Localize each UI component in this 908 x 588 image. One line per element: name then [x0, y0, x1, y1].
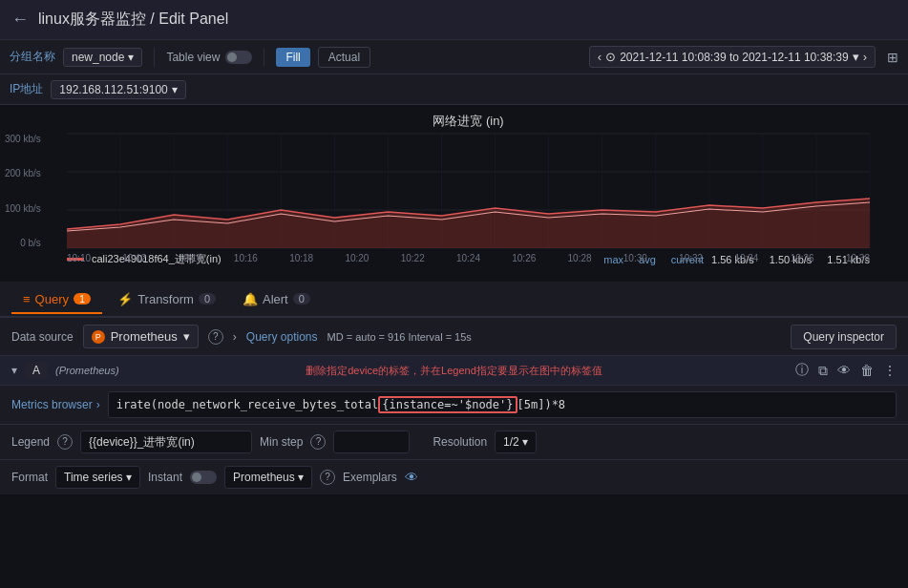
x-label-4: 10:18	[289, 253, 313, 263]
resolution-select[interactable]: 1/2 ▾	[495, 430, 537, 453]
exemplars-eye-icon[interactable]: 👁	[405, 470, 418, 485]
group-label: 分组名称	[10, 49, 55, 65]
table-view-switch[interactable]	[225, 51, 252, 64]
format-label: Format	[11, 471, 48, 484]
x-label-7: 10:24	[456, 253, 480, 263]
help-icon[interactable]: ?	[208, 329, 223, 345]
query-header: ▾ A (Prometheus) 删除指定device的标签，并在Legend指…	[0, 356, 908, 386]
svg-marker-19	[67, 199, 870, 248]
query-inspector-button[interactable]: Query inspector	[791, 325, 897, 349]
query-letter[interactable]: A	[25, 362, 48, 379]
chevron-right-small: ›	[233, 330, 237, 344]
duplicate-action-icon[interactable]: ⧉	[818, 363, 828, 379]
x-label-14: 10:38	[846, 253, 870, 263]
prometheus-ds-chevron: ▾	[298, 471, 304, 484]
chevron-right-icon[interactable]: ›	[863, 50, 867, 64]
page-title: linux服务器监控 / Edit Panel	[38, 10, 228, 30]
x-label-2: 10:14	[179, 253, 202, 263]
query-options-meta: MD = auto = 916 Interval = 15s	[327, 331, 472, 343]
query-tabs: ≡ Query 1 ⚡ Transform 0 🔔 Alert 0	[0, 282, 908, 318]
query-text-part1: irate(node_network_receive_bytes_total	[116, 398, 379, 411]
group-select[interactable]: new_node ▾	[63, 48, 142, 67]
query-options-button[interactable]: Query options	[246, 330, 318, 344]
prometheus-help-icon[interactable]: ?	[320, 470, 335, 485]
table-view-label: Table view	[166, 51, 220, 64]
collapse-icon[interactable]: ▾	[11, 364, 17, 377]
alert-tab-label: Alert	[263, 292, 288, 306]
ip-chevron-icon: ▾	[172, 83, 178, 96]
query-hint: 删除指定device的标签，并在Legend指定要显示在图中的标签值	[306, 364, 602, 378]
transform-tab-badge: 0	[199, 293, 216, 304]
legend-field-label: Legend	[11, 435, 50, 449]
resolution-value: 1/2	[503, 435, 519, 449]
query-editor: ▾ A (Prometheus) 删除指定device的标签，并在Legend指…	[0, 356, 908, 494]
trash-action-icon[interactable]: 🗑	[860, 363, 874, 378]
x-label-3: 10:16	[234, 253, 258, 263]
table-view-toggle[interactable]: Table view	[166, 51, 252, 64]
datasource-label: Data source	[11, 330, 74, 344]
y-label-100: 100 kb/s	[5, 203, 41, 214]
legend-help-icon[interactable]: ?	[57, 434, 73, 450]
format-chevron: ▾	[126, 471, 132, 484]
x-label-0: 10:10	[67, 253, 91, 263]
tab-query[interactable]: ≡ Query 1	[11, 286, 102, 314]
legend-input[interactable]	[80, 430, 252, 453]
actual-button[interactable]: Actual	[318, 47, 370, 68]
instant-toggle[interactable]	[190, 471, 217, 484]
divider	[154, 48, 155, 67]
instant-label: Instant	[148, 471, 182, 484]
format-select[interactable]: Time series ▾	[55, 466, 140, 489]
ip-select[interactable]: 192.168.112.51:9100 ▾	[51, 80, 185, 99]
group-chevron-icon: ▾	[128, 51, 134, 64]
transform-tab-label: Transform	[137, 292, 194, 306]
legend-row: Legend ? Min step ? Resolution 1/2 ▾	[0, 425, 908, 460]
y-axis: 300 kb/s 200 kb/s 100 kb/s 0 b/s	[5, 134, 41, 248]
resolution-chevron: ▾	[522, 435, 528, 449]
more-action-icon[interactable]: ⋮	[883, 363, 897, 378]
ip-label: IP地址	[10, 81, 43, 97]
zoom-icon[interactable]: ⊞	[887, 50, 898, 65]
query-source-label: (Prometheus)	[55, 365, 119, 376]
x-label-5: 10:20	[345, 253, 369, 263]
x-axis: 10:10 10:12 10:14 10:16 10:18 10:20 10:2…	[67, 253, 870, 263]
tab-transform[interactable]: ⚡ Transform 0	[106, 286, 227, 314]
format-value: Time series	[64, 471, 123, 484]
transform-tab-icon: ⚡	[117, 292, 133, 306]
x-label-12: 10:34	[734, 253, 758, 263]
y-label-0: 0 b/s	[20, 238, 41, 248]
chevron-down-icon[interactable]: ▾	[853, 50, 859, 64]
alert-tab-badge: 0	[293, 293, 310, 304]
time-range-text: 2021-12-11 10:08:39 to 2021-12-11 10:38:…	[620, 51, 849, 64]
back-icon[interactable]: ←	[11, 10, 29, 30]
x-label-9: 10:28	[568, 253, 592, 263]
x-label-8: 10:26	[512, 253, 536, 263]
query-text-part2: [5m])*8	[517, 398, 566, 411]
y-label-200: 200 kb/s	[5, 168, 41, 178]
datasource-select[interactable]: P Prometheus ▾	[83, 325, 199, 348]
tab-alert[interactable]: 🔔 Alert 0	[231, 286, 322, 314]
clock-icon: ⊙	[605, 50, 616, 64]
time-range-picker[interactable]: ‹ ⊙ 2021-12-11 10:08:39 to 2021-12-11 10…	[589, 46, 876, 68]
query-tab-icon: ≡	[23, 292, 31, 306]
min-step-input[interactable]	[333, 430, 410, 453]
eye-action-icon[interactable]: 👁	[837, 363, 851, 378]
metrics-browser-button[interactable]: Query options Metrics browser ›	[11, 398, 100, 411]
prometheus-datasource-select[interactable]: Prometheus ▾	[224, 466, 312, 489]
metrics-browser-chevron: ›	[96, 398, 100, 411]
min-step-label: Min step	[260, 435, 303, 449]
chart-title: 网络进宽 (in)	[67, 113, 870, 130]
x-label-13: 10:36	[791, 253, 814, 263]
fill-button[interactable]: Fill	[276, 48, 309, 67]
prometheus-ds-label: Prometheus	[233, 471, 295, 484]
format-row: Format Time series ▾ Instant Prometheus …	[0, 460, 908, 494]
group-value: new_node	[72, 51, 124, 64]
chevron-left-icon[interactable]: ‹	[598, 50, 602, 64]
min-step-help-icon[interactable]: ?	[310, 434, 326, 450]
x-label-10: 10:30	[623, 253, 647, 263]
query-actions: ⓘ ⧉ 👁 🗑 ⋮	[795, 362, 897, 379]
info-action-icon[interactable]: ⓘ	[795, 362, 809, 379]
query-input-box[interactable]: irate(node_network_receive_bytes_total{i…	[108, 391, 897, 418]
query-options-label: Query options	[246, 330, 318, 344]
chart-container: 300 kb/s 200 kb/s 100 kb/s 0 b/s	[67, 134, 870, 248]
metrics-row: Query options Metrics browser › irate(no…	[0, 386, 908, 425]
